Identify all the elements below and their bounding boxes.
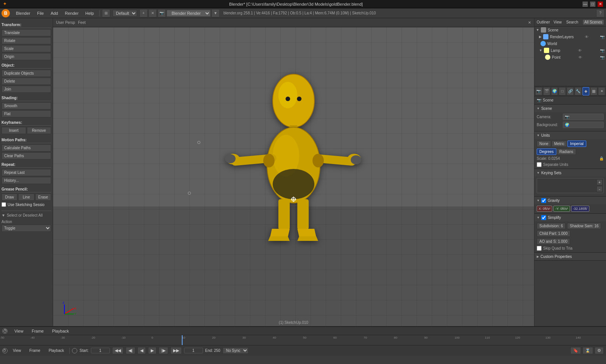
prop-object-icon[interactable]: □	[559, 87, 566, 95]
screen-layout-icon[interactable]: ⊞	[102, 9, 110, 17]
draw-button[interactable]: Draw	[2, 194, 17, 201]
gravity-checkbox[interactable]	[541, 198, 546, 203]
play-reverse-btn[interactable]: ◀	[137, 347, 146, 354]
scene-selector[interactable]: Default	[112, 10, 137, 17]
anim-frame-menu[interactable]: Frame	[27, 348, 44, 353]
history-button[interactable]: History...	[2, 177, 51, 184]
gravity-section-header[interactable]: ▼ Gravity	[534, 197, 606, 204]
anim-settings-btn[interactable]: ⚙	[595, 347, 604, 354]
render-icon[interactable]: 📷	[158, 9, 166, 17]
maximize-button[interactable]: □	[590, 2, 595, 7]
join-button[interactable]: Join	[2, 86, 51, 93]
timeline-playback-menu[interactable]: Playback	[49, 328, 72, 334]
degrees-btn[interactable]: Degrees	[537, 148, 556, 155]
point-eye-icon[interactable]: 👁	[578, 55, 582, 59]
shadow-sam-btn[interactable]: Shadow Sam: 16	[567, 223, 601, 229]
scene-section-header[interactable]: ▼ Scene	[534, 105, 606, 112]
prop-render-icon[interactable]: 📷	[535, 87, 542, 95]
add-keying-set-btn[interactable]: +	[597, 179, 603, 185]
start-frame-field[interactable]	[91, 348, 110, 353]
viewport-canvas[interactable]: X Y Z (1) SketchUp.010	[53, 27, 534, 326]
outliner-item-renderlayers[interactable]: ▶ RenderLayers 👁 📷	[534, 33, 606, 40]
point-camera-icon[interactable]: 📷	[600, 55, 604, 59]
menu-render[interactable]: Render	[62, 10, 81, 16]
menu-file[interactable]: File	[34, 10, 47, 16]
scale-lock-icon[interactable]: 🔒	[599, 156, 604, 161]
play-btn[interactable]: ▶	[148, 347, 156, 354]
viewport-close-icon[interactable]: ✕	[528, 20, 531, 25]
child-part-btn[interactable]: Child Part: 1.000	[537, 230, 570, 237]
prop-particle-icon[interactable]: ✦	[598, 87, 605, 95]
rotate-button[interactable]: Rotate	[2, 37, 51, 44]
smooth-button[interactable]: Smooth	[2, 102, 51, 109]
line-button[interactable]: Line	[18, 194, 34, 201]
unit-imperial-btn[interactable]: Imperial	[567, 141, 586, 147]
calculate-paths-button[interactable]: Calculate Paths	[2, 144, 51, 152]
erase-button[interactable]: Erase	[35, 194, 51, 201]
viewport[interactable]: User Persp Feet ✕	[53, 18, 534, 326]
toggle-select[interactable]: Toggle	[2, 225, 51, 232]
simplify-section-header[interactable]: ▼ Simplify	[534, 214, 606, 221]
anim-options-icon[interactable]	[72, 348, 77, 353]
anim-marker-btn[interactable]: 🔖	[570, 347, 581, 354]
sync-select[interactable]: No Sync	[223, 347, 248, 354]
anim-panel-icon[interactable]: ⏱	[2, 348, 8, 353]
prev-keyframe-btn[interactable]: ◀◀	[112, 347, 123, 354]
separate-units-checkbox[interactable]	[537, 162, 542, 167]
gravity-x-field[interactable]: X: 0ft/s²	[537, 206, 552, 212]
menu-add[interactable]: Add	[48, 10, 61, 16]
current-frame-field[interactable]	[184, 348, 203, 353]
prop-scene-icon[interactable]: 🎬	[543, 87, 550, 95]
outliner-item-lamp[interactable]: ▼ Lamp 👁 📷	[534, 47, 606, 54]
next-keyframe-btn[interactable]: ▶▶	[170, 347, 182, 354]
remove-button[interactable]: Remove	[27, 127, 52, 134]
simplify-checkbox[interactable]	[541, 215, 546, 220]
select-deselect-header[interactable]: ▼ Select or Deselect All	[2, 213, 51, 217]
all-scenes-badge[interactable]: All Scenes	[583, 20, 604, 25]
minimize-button[interactable]: —	[583, 2, 588, 7]
prop-modifier-icon[interactable]: 🔧	[575, 87, 582, 95]
renderlayer-eye-icon[interactable]: 👁	[585, 35, 589, 39]
jump-start-btn[interactable]: ◀|	[126, 347, 135, 354]
timeline-icon[interactable]: ⏱	[2, 328, 8, 334]
anim-view-menu[interactable]: View	[10, 348, 24, 353]
scale-button[interactable]: Scale	[2, 45, 51, 52]
delete-button[interactable]: Delete	[2, 78, 51, 85]
lamp-camera-icon[interactable]: 📷	[600, 48, 604, 53]
timeline-view-menu[interactable]: View	[11, 328, 27, 334]
use-sketching-checkbox[interactable]	[2, 202, 6, 207]
prop-constraints-icon[interactable]: 🔗	[567, 87, 574, 95]
outliner-item-scene[interactable]: ▼ Scene	[534, 27, 606, 33]
camera-field[interactable]: 📷	[563, 114, 604, 120]
units-section-header[interactable]: ▼ Units	[534, 131, 606, 139]
subdivision-btn[interactable]: Subdivision: 6	[537, 223, 565, 229]
close-button[interactable]: ✕	[598, 2, 603, 7]
keying-sets-header[interactable]: ▼ Keying Sets	[534, 169, 606, 177]
search-link[interactable]: Search	[566, 20, 578, 24]
gravity-y-field[interactable]: -Y: 0ft/s²	[553, 206, 570, 212]
menu-blender[interactable]: Blender	[13, 10, 33, 16]
duplicate-objects-button[interactable]: Duplicate Objects	[2, 70, 51, 77]
prop-material-icon[interactable]: ◆	[583, 87, 590, 95]
view-link[interactable]: View	[554, 20, 562, 24]
menu-help[interactable]: Help	[82, 10, 97, 16]
lamp-eye-icon[interactable]: 👁	[578, 48, 582, 53]
timeline-frame-menu[interactable]: Frame	[29, 328, 47, 334]
anim-playback-menu[interactable]: Playback	[45, 348, 67, 353]
flat-button[interactable]: Flat	[2, 110, 51, 117]
gravity-z-field[interactable]: -32.185ft/	[571, 206, 589, 212]
anim-keyframe-btn[interactable]: ⌛	[583, 347, 593, 354]
translate-button[interactable]: Translate	[2, 29, 51, 36]
clear-paths-button[interactable]: Clear Paths	[2, 152, 51, 159]
render-engine-selector[interactable]: Blender Render	[167, 10, 211, 17]
background-field[interactable]: 🌍	[563, 122, 604, 128]
prop-world-icon[interactable]: 🌍	[551, 87, 558, 95]
radians-btn[interactable]: Radians	[557, 148, 576, 155]
add-scene-icon[interactable]: +	[139, 9, 148, 17]
skip-quad-checkbox[interactable]	[537, 246, 542, 251]
prop-texture-icon[interactable]: ▦	[590, 87, 597, 95]
outliner-item-point[interactable]: Point 👁 📷	[534, 54, 606, 61]
ao-s-btn[interactable]: AO and S: 1.000	[537, 238, 570, 245]
render-options-icon[interactable]: ▼	[211, 9, 220, 17]
unit-metric-btn[interactable]: Metric	[551, 141, 567, 147]
